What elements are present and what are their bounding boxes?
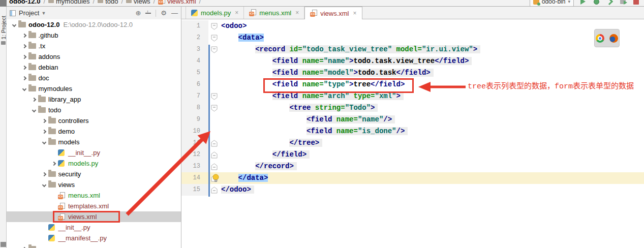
tree-row-todo[interactable]: todo xyxy=(7,105,181,115)
coverage-icon[interactable] xyxy=(605,0,614,6)
tree-row-views[interactable]: views xyxy=(7,179,181,190)
project-stripe-button[interactable]: 1: Project xyxy=(0,16,7,72)
tree-row-mymodules[interactable]: mymodules xyxy=(7,83,181,94)
close-icon[interactable]: × xyxy=(353,10,356,17)
tree-row--tx[interactable]: .tx xyxy=(7,41,181,51)
code-line-14[interactable]: 14 </data> xyxy=(181,172,644,184)
code-line-11[interactable]: 11 </tree> xyxy=(181,137,644,149)
fold-marker-icon[interactable] xyxy=(208,90,220,102)
code-line-1[interactable]: 1<odoo> xyxy=(181,20,644,32)
code-line-15[interactable]: 15</odoo> xyxy=(181,184,644,196)
chrome-icon[interactable] xyxy=(596,34,604,43)
gear-icon[interactable]: ⚙ xyxy=(161,10,167,16)
stop-icon[interactable] xyxy=(632,0,640,6)
tree-row-addons[interactable]: addons xyxy=(7,51,181,62)
fold-marker-icon[interactable] xyxy=(208,184,220,196)
tab-models-py[interactable]: models.py× xyxy=(186,7,244,19)
profiler-icon[interactable] xyxy=(619,0,627,6)
code-line-3[interactable]: 3 <record id="todo_task_view_tree" model… xyxy=(181,44,644,55)
code-line-10[interactable]: 10 <field name="is_done"/> xyxy=(181,126,644,137)
code-line-9[interactable]: 9 <field name="name"/> xyxy=(181,114,644,126)
project-title[interactable]: Project xyxy=(19,9,39,17)
fold-marker-icon[interactable] xyxy=(208,20,220,32)
breadcrumb-item[interactable]: <>views.xml xyxy=(158,0,196,5)
locate-icon[interactable]: ⊕ xyxy=(135,10,141,16)
tree-chevron-icon[interactable] xyxy=(40,183,48,187)
tree-row-menus-xml[interactable]: <>menus.xml xyxy=(7,190,181,201)
code-text[interactable]: </odoo> xyxy=(220,184,644,196)
tree-chevron-icon[interactable] xyxy=(30,109,38,112)
tree-chevron-icon[interactable] xyxy=(20,34,28,37)
tree-row-demo[interactable]: demo xyxy=(7,126,181,137)
hide-panel-icon[interactable]: — xyxy=(171,10,178,16)
run-config-select[interactable]: odoo-bin ▾ xyxy=(530,0,574,7)
breadcrumb-item[interactable]: odoo-12.0 xyxy=(9,0,40,5)
tree-chevron-icon[interactable] xyxy=(20,45,28,48)
code-text[interactable]: </tree> xyxy=(220,137,644,149)
tree-chevron-icon[interactable] xyxy=(40,130,48,133)
tree-row--manifest-py[interactable]: __manifest__.py xyxy=(7,233,181,243)
tree-chevron-icon[interactable] xyxy=(20,66,28,69)
breadcrumb-item[interactable]: views xyxy=(126,0,150,5)
tree-row--github[interactable]: .github xyxy=(7,30,181,41)
collapse-all-icon[interactable] xyxy=(145,10,151,16)
code-text[interactable]: <tree string="Todo"> xyxy=(220,102,644,114)
code-line-8[interactable]: 8 <tree string="Todo"> xyxy=(181,102,644,114)
tree-chevron-icon[interactable] xyxy=(30,98,38,101)
code-line-12[interactable]: 12 </field> xyxy=(181,149,644,161)
code-text[interactable]: <field name="is_done"/> xyxy=(220,126,644,137)
fold-marker-icon[interactable] xyxy=(208,32,220,44)
intention-bulb-icon[interactable] xyxy=(212,174,220,182)
code-line-5[interactable]: 5 <field name="model">todo.task</field> xyxy=(181,67,644,79)
tree-row-security[interactable]: security xyxy=(7,169,181,179)
tree-chevron-icon[interactable] xyxy=(20,55,28,58)
tree-chevron-icon[interactable] xyxy=(40,141,48,144)
chevron-down-icon[interactable]: ▼ xyxy=(41,11,46,16)
code-line-2[interactable]: 2 <data> xyxy=(181,32,644,44)
fold-marker-icon[interactable] xyxy=(208,44,220,55)
tree-row-models[interactable]: models xyxy=(7,137,181,147)
code-line-4[interactable]: 4 <field name="name">todo.task.view_tree… xyxy=(181,55,644,67)
tab-views-xml[interactable]: <>views.xml× xyxy=(304,7,362,19)
tree-chevron-icon[interactable] xyxy=(40,173,48,176)
tree-row-doc[interactable]: doc xyxy=(7,73,181,83)
tree-chevron-icon[interactable] xyxy=(50,162,58,165)
tree-row--init-py[interactable]: __init__.py xyxy=(7,222,181,233)
close-icon[interactable]: × xyxy=(295,9,299,16)
code-text[interactable]: <field name="name"/> xyxy=(220,114,644,126)
code-text[interactable]: <record id="todo_task_view_tree" model="… xyxy=(220,44,644,55)
breadcrumb-item[interactable]: todo xyxy=(98,0,118,5)
tree-chevron-icon[interactable] xyxy=(20,87,28,90)
fold-marker-icon[interactable] xyxy=(208,102,220,114)
code-text[interactable]: <field name="name">todo.task.view_tree</… xyxy=(220,55,644,67)
fold-marker-icon[interactable] xyxy=(208,161,220,172)
tree-row--init-py[interactable]: __init__.py xyxy=(7,147,181,158)
tree-row-odoo-12-0[interactable]: odoo-12.0E:\odoo-12.0\odoo-12.0 xyxy=(7,19,181,30)
code-text[interactable]: </data> xyxy=(220,172,644,184)
debug-icon[interactable] xyxy=(592,0,600,6)
stripe-bottom-icon[interactable] xyxy=(1,242,6,247)
tree-row-templates-xml[interactable]: <>templates.xml xyxy=(7,201,181,211)
code-text[interactable]: <field name="model">todo.task</field> xyxy=(220,67,644,79)
fold-marker-icon[interactable] xyxy=(208,149,220,161)
tree-chevron-icon[interactable] xyxy=(20,77,28,80)
breadcrumb-item[interactable]: mymodules xyxy=(48,0,89,5)
close-icon[interactable]: × xyxy=(235,9,238,16)
tree-chevron-icon[interactable] xyxy=(10,23,18,26)
firefox-icon[interactable] xyxy=(609,34,618,43)
code-text[interactable]: <odoo> xyxy=(220,20,644,32)
tree-row-models-py[interactable]: models.py xyxy=(7,158,181,169)
code-area[interactable]: 1<odoo>2 <data>3 <record id="todo_task_v… xyxy=(181,19,644,248)
fold-marker-icon[interactable] xyxy=(208,137,220,149)
run-icon[interactable] xyxy=(579,0,587,6)
tree-row-library-app[interactable]: library_app xyxy=(7,94,181,105)
tab-menus-xml[interactable]: <>menus.xml× xyxy=(244,7,304,19)
tree-row-controllers[interactable]: controllers xyxy=(7,115,181,126)
code-text[interactable]: </record> xyxy=(220,161,644,172)
tree-chevron-icon[interactable] xyxy=(40,119,48,122)
tree-row[interactable] xyxy=(7,243,181,248)
code-line-13[interactable]: 13 </record> xyxy=(181,161,644,172)
tree-row-debian[interactable]: debian xyxy=(7,62,181,73)
code-text[interactable]: <data> xyxy=(220,32,644,44)
code-text[interactable]: </field> xyxy=(220,149,644,161)
